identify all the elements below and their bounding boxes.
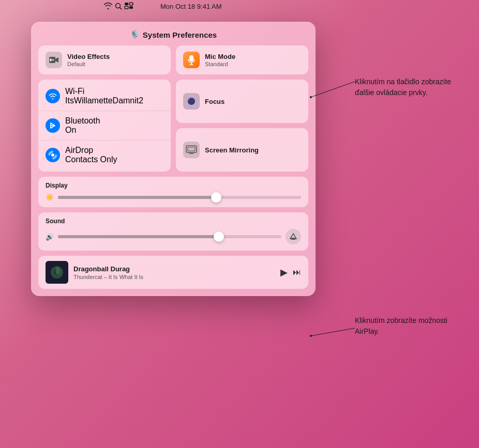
sound-slider[interactable] (58, 235, 281, 238)
now-playing-artist: Thundercat – It Is What It Is (73, 274, 275, 280)
album-art (46, 261, 68, 284)
callout-mic-mode: Kliknutím na tlačidlo zobrazíte ďalšie o… (355, 76, 463, 98)
callout-airplay: Kliknutím zobrazíte možnosti AirPlay. (355, 315, 463, 337)
display-slider[interactable] (58, 196, 301, 199)
bluetooth-item[interactable]: Bluetooth On (38, 111, 171, 140)
menubar-datetime: Mon Oct 18 9:41 AM (160, 3, 222, 10)
focus-icon (183, 93, 200, 110)
brightness-low-icon: ☀️ (46, 193, 54, 201)
svg-rect-3 (129, 3, 133, 5)
menubar-control-center-icon[interactable] (124, 2, 133, 11)
svg-rect-16 (291, 238, 295, 240)
now-playing-title: Dragonball Durag (73, 265, 275, 273)
svg-rect-2 (125, 3, 128, 5)
control-center-panel: 🎙️ System Preferences Video Effects Defa… (31, 22, 316, 296)
mic-mode-icon (183, 52, 200, 68)
wifi-item[interactable]: Wi-Fi ItsWillametteDamnit2 (38, 82, 171, 111)
skip-button[interactable]: ⏭ (293, 268, 301, 277)
svg-point-23 (310, 335, 312, 337)
bluetooth-text: Bluetooth On (65, 116, 100, 135)
bluetooth-title: Bluetooth (65, 116, 100, 126)
wifi-subtitle: ItsWillametteDamnit2 (65, 96, 143, 105)
airdrop-subtitle: Contacts Only (65, 155, 117, 164)
callout1-text: Kliknutím na tlačidlo zobrazíte ďalšie o… (355, 78, 451, 97)
play-button[interactable]: ▶ (280, 267, 288, 278)
svg-point-12 (51, 153, 54, 157)
menubar: Mon Oct 18 9:41 AM (0, 0, 479, 14)
mic-mode-subtitle: Standard (205, 61, 235, 67)
playback-controls: ▶ ⏭ (280, 267, 301, 278)
display-slider-row: ☀️ (46, 193, 301, 201)
bluetooth-subtitle: On (65, 126, 100, 135)
screen-mirroring-icon (183, 142, 200, 158)
svg-line-22 (311, 328, 355, 336)
focus-card[interactable]: Focus (176, 80, 308, 123)
focus-title: Focus (205, 98, 224, 105)
wifi-icon (46, 89, 60, 103)
menubar-wifi-icon[interactable] (103, 2, 113, 11)
sound-label: Sound (46, 218, 301, 225)
screen-mirroring-text: Screen Mirroring (205, 146, 259, 154)
svg-line-20 (311, 82, 355, 97)
menubar-search-icon[interactable] (115, 3, 122, 12)
airdrop-text: AirDrop Contacts Only (65, 146, 117, 164)
panel-title-icon: 🎙️ (130, 30, 140, 39)
display-section: Display ☀️ (38, 177, 308, 207)
airdrop-icon (46, 148, 60, 162)
callout2-text: Kliknutím zobrazíte možnosti AirPlay. (355, 316, 447, 335)
wifi-text: Wi-Fi ItsWillametteDamnit2 (65, 87, 143, 105)
bluetooth-icon (46, 118, 60, 133)
sound-section: Sound 🔊 (38, 212, 308, 251)
screen-mirroring-card[interactable]: Screen Mirroring (176, 128, 308, 172)
video-effects-title: Video Effects (67, 53, 110, 60)
video-effects-text: Video Effects Default (67, 53, 110, 67)
callout2-arrow (308, 326, 360, 341)
airplay-button[interactable] (286, 229, 301, 244)
video-effects-icon (46, 52, 62, 68)
now-playing-section: Dragonball Durag Thundercat – It Is What… (38, 256, 308, 289)
mic-mode-card[interactable]: Mic Mode Standard (176, 45, 308, 74)
mic-mode-text: Mic Mode Standard (205, 53, 235, 67)
mid-row: Wi-Fi ItsWillametteDamnit2 Bluetooth On (38, 80, 308, 172)
panel-title: 🎙️ System Preferences (38, 30, 308, 39)
airdrop-title: AirDrop (65, 146, 117, 155)
video-effects-card[interactable]: Video Effects Default (38, 45, 171, 74)
callout1-arrow (308, 76, 360, 102)
mic-mode-title: Mic Mode (205, 53, 235, 60)
airdrop-item[interactable]: AirDrop Contacts Only (38, 140, 171, 169)
screen-mirroring-title: Screen Mirroring (205, 146, 259, 154)
top-row: Video Effects Default Mic Mode Standard (38, 45, 308, 74)
svg-rect-14 (188, 147, 195, 151)
network-group: Wi-Fi ItsWillametteDamnit2 Bluetooth On (38, 80, 171, 172)
sound-icon: 🔊 (46, 233, 54, 241)
display-label: Display (46, 182, 301, 189)
focus-text: Focus (205, 98, 224, 105)
svg-rect-4 (125, 6, 128, 9)
svg-line-1 (120, 8, 122, 10)
sound-slider-row: 🔊 (46, 229, 301, 244)
wifi-title: Wi-Fi (65, 87, 143, 96)
now-playing-text: Dragonball Durag Thundercat – It Is What… (73, 265, 275, 280)
right-group: Focus Screen Mirroring (176, 80, 308, 172)
svg-rect-5 (129, 6, 133, 9)
video-effects-subtitle: Default (67, 61, 110, 67)
svg-rect-9 (189, 55, 193, 61)
